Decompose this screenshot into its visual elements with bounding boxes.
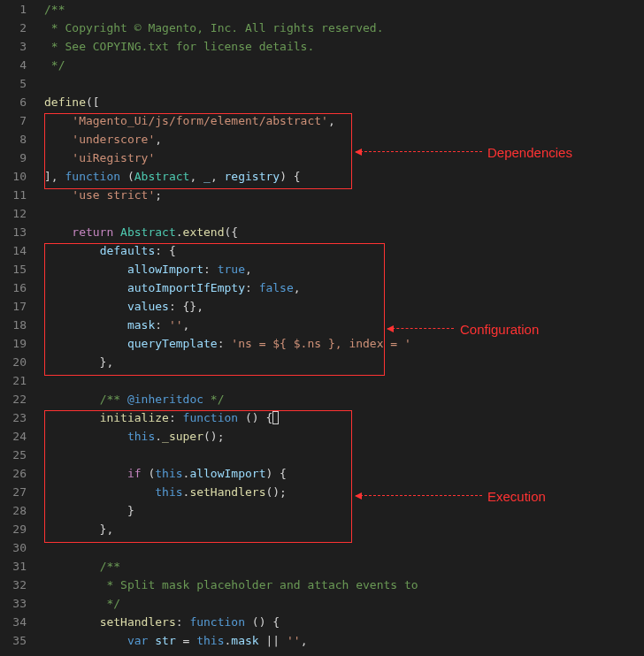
line-number: 2 [0,19,27,37]
line-number: 12 [0,204,27,223]
line-number: 3 [0,37,27,56]
annotation-label-configuration: Configuration [460,320,539,339]
line-number: 27 [0,483,27,501]
code-line[interactable]: if (this.allowImport) { [44,464,425,483]
code-line[interactable]: values: {}, [44,297,425,316]
line-number: 30 [0,538,27,557]
code-editor[interactable]: 1234567891011121314151617181920212223242… [0,0,644,656]
line-number: 22 [0,390,27,408]
code-line[interactable]: 'Magento_Ui/js/form/element/abstract', [44,111,425,130]
line-number: 5 [0,74,27,93]
code-line[interactable] [44,446,425,464]
line-number: 10 [0,167,27,186]
line-number: 14 [0,241,27,260]
text-cursor [272,411,279,424]
code-line[interactable]: this._super(); [44,427,425,446]
line-number: 1 [0,0,27,19]
code-line[interactable]: this.setHandlers(); [44,483,425,501]
code-line[interactable]: * See COPYING.txt for license details. [44,37,425,56]
code-line[interactable] [44,538,425,557]
line-number: 31 [0,557,27,576]
annotation-label-dependencies: Dependencies [487,143,572,162]
code-line[interactable]: } [44,501,425,520]
line-number: 34 [0,613,27,631]
line-number: 19 [0,334,27,353]
line-number: 21 [0,371,27,390]
line-number: 16 [0,278,27,297]
code-line[interactable] [44,74,425,93]
code-line[interactable]: /** [44,0,425,19]
code-line[interactable]: allowImport: true, [44,260,425,278]
line-number: 18 [0,316,27,334]
line-number: 4 [0,56,27,74]
code-line[interactable]: 'use strict'; [44,186,425,204]
line-number: 8 [0,130,27,149]
code-line[interactable]: * Copyright © Magento, Inc. All rights r… [44,19,425,37]
code-line[interactable]: 'uiRegistry' [44,149,425,167]
line-number: 11 [0,186,27,204]
line-number: 25 [0,446,27,464]
code-line[interactable]: autoImportIfEmpty: false, [44,278,425,297]
code-line[interactable]: var str = this.mask || '', [44,631,425,650]
line-number: 26 [0,464,27,483]
annotation-label-execution: Execution [487,487,546,506]
code-line[interactable]: queryTemplate: 'ns = ${ $.ns }, index = … [44,334,425,353]
line-number: 6 [0,93,27,111]
line-number: 17 [0,297,27,316]
code-line[interactable] [44,204,425,223]
code-line[interactable]: */ [44,594,425,613]
line-number: 20 [0,353,27,371]
code-line[interactable]: mask: '', [44,316,425,334]
line-number-gutter: 1234567891011121314151617181920212223242… [0,0,37,656]
code-line[interactable]: 'underscore', [44,130,425,149]
code-line[interactable]: /** @inheritdoc */ [44,390,425,408]
line-number: 7 [0,111,27,130]
code-line[interactable]: setHandlers: function () { [44,613,425,631]
line-number: 23 [0,408,27,427]
line-number: 15 [0,260,27,278]
line-number: 32 [0,576,27,594]
line-number: 28 [0,501,27,520]
code-line[interactable]: return Abstract.extend({ [44,223,425,241]
line-number: 24 [0,427,27,446]
code-line[interactable]: defaults: { [44,241,425,260]
line-number: 29 [0,520,27,538]
line-number: 33 [0,594,27,613]
line-number: 9 [0,149,27,167]
code-line[interactable]: /** [44,557,425,576]
code-line[interactable]: * Split mask placeholder and attach even… [44,576,425,594]
code-line[interactable] [44,371,425,390]
code-line[interactable]: ], function (Abstract, _, registry) { [44,167,425,186]
code-line[interactable]: initialize: function () { [44,408,425,427]
code-area[interactable]: /** * Copyright © Magento, Inc. All righ… [37,0,425,656]
line-number: 13 [0,223,27,241]
code-line[interactable]: define([ [44,93,425,111]
code-line[interactable]: }, [44,353,425,371]
line-number: 35 [0,631,27,650]
code-line[interactable]: }, [44,520,425,538]
code-line[interactable]: */ [44,56,425,74]
